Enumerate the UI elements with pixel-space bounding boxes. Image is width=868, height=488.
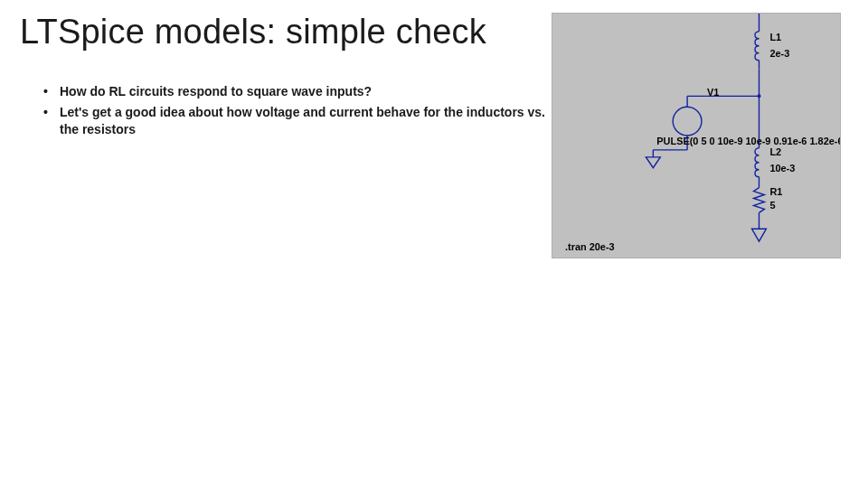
- sim-directive-label: .tran 20e-3: [565, 241, 615, 252]
- page-title: LTSpice models: simple check: [20, 13, 486, 52]
- l1-name-label: L1: [769, 32, 781, 42]
- schematic-svg: L1 2e-3 V1 PULSE(0 5 0 10e-9 10e-9 0.91e…: [552, 14, 840, 258]
- l1-value-label: 2e-3: [769, 48, 789, 59]
- ground-icon: [752, 229, 767, 241]
- v1-name-label: V1: [707, 87, 719, 98]
- svg-marker-5: [646, 157, 660, 168]
- v1-directive-label: PULSE(0 5 0 10e-9 10e-9 0.91e-6 1.82e-6): [656, 136, 840, 146]
- inductor-l2: [755, 148, 759, 188]
- svg-marker-8: [752, 229, 767, 241]
- bullet-item: How do RL circuits respond to square wav…: [43, 83, 550, 100]
- r1-name-label: R1: [769, 186, 782, 197]
- r1-value-label: 5: [769, 200, 775, 211]
- resistor-r1: [754, 188, 765, 230]
- bullet-list: How do RL circuits respond to square wav…: [43, 83, 550, 142]
- slide: LTSpice models: simple check How do RL c…: [0, 0, 868, 488]
- l2-name-label: L2: [769, 146, 781, 157]
- ground-icon: [646, 150, 687, 168]
- inductor-l1: [755, 32, 759, 70]
- svg-point-1: [673, 107, 702, 136]
- l2-value-label: 10e-3: [769, 163, 795, 174]
- ltspice-schematic: L1 2e-3 V1 PULSE(0 5 0 10e-9 10e-9 0.91e…: [552, 13, 841, 258]
- bullet-item: Let's get a good idea about how voltage …: [43, 104, 550, 138]
